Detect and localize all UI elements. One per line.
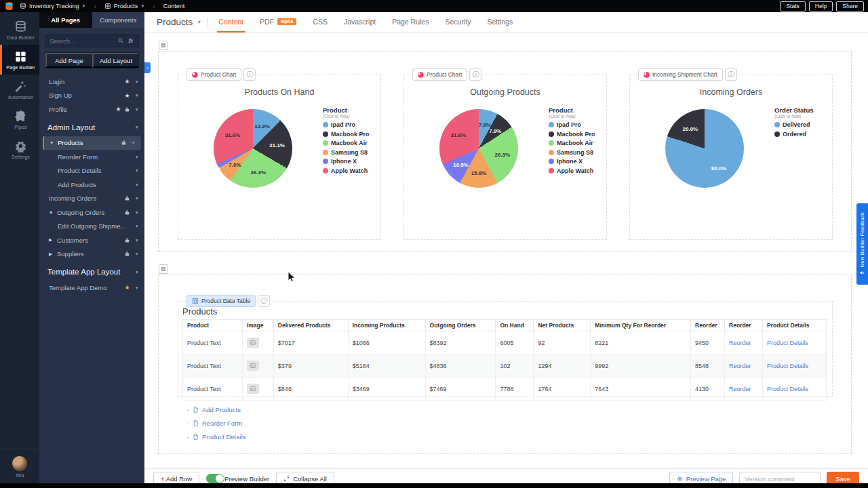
add-page-button[interactable]: Add Page <box>45 53 92 68</box>
chevron-down-icon[interactable]: ▼ <box>135 285 139 290</box>
pie[interactable] <box>439 109 518 188</box>
chevron-down-icon[interactable]: ▼ <box>135 168 139 173</box>
product-details-link[interactable]: Product Details <box>767 386 808 392</box>
chevron-down-icon[interactable]: ▼ <box>135 210 139 215</box>
legend-item-macbook-pro[interactable]: Macbook Pro <box>549 131 607 138</box>
column-header-on-hand[interactable]: On Hand <box>496 320 534 331</box>
tab-security[interactable]: Security <box>443 12 472 33</box>
info-icon[interactable]: ⓘ <box>258 295 270 307</box>
legend-item-delivered[interactable]: Delivered <box>774 121 833 128</box>
search-icon[interactable] <box>117 37 124 44</box>
component-chip-label[interactable]: Product Chart <box>186 68 241 81</box>
tab-content[interactable]: Content <box>217 12 245 33</box>
legend-item-ipad-pro[interactable]: Ipad Pro <box>323 121 381 128</box>
caret-right-icon[interactable]: ▶ <box>49 251 54 257</box>
caret-down-icon[interactable]: ▼ <box>50 140 55 145</box>
info-icon[interactable]: ⓘ <box>243 68 256 81</box>
table-row[interactable]: Product Text$846$3469$746977881764764341… <box>183 378 827 401</box>
rail-item-automation[interactable]: Automation <box>0 75 39 104</box>
column-header-reorder[interactable]: Reorder <box>691 320 725 331</box>
screen-title[interactable]: Products <box>157 17 193 27</box>
layout-header-admin-layout[interactable]: Admin Layout▼ <box>39 119 144 136</box>
column-header-outgoing-orders[interactable]: Outgoing Orders <box>425 320 496 331</box>
panel-tab-components[interactable]: Components <box>92 12 145 28</box>
chevron-down-icon[interactable]: ▼ <box>197 20 201 24</box>
chevron-down-icon[interactable]: ▼ <box>135 270 139 274</box>
tab-css[interactable]: CSS <box>311 12 329 33</box>
layout-header-template-app-layout[interactable]: Template App Layout▼ <box>39 263 144 281</box>
page-item-incoming-orders[interactable]: Incoming Orders▼ <box>39 192 144 206</box>
chevron-down-icon[interactable]: ▼ <box>135 251 139 256</box>
page-item-reorder-form[interactable]: Reorder Form▼ <box>39 150 144 164</box>
legend-item-macbook-air[interactable]: Macbook Air <box>549 140 607 146</box>
page-item-sign-up[interactable]: Sign Up★▼ <box>39 89 144 103</box>
chevron-down-icon[interactable]: ▼ <box>135 79 139 84</box>
chevron-down-icon[interactable]: ▼ <box>135 238 139 243</box>
component-chip[interactable]: Product Chartⓘ <box>412 68 481 81</box>
avatar[interactable] <box>12 456 27 471</box>
chevron-down-icon[interactable]: ▼ <box>135 125 139 129</box>
chart-component-outgoing-products[interactable]: Product ChartⓘOutgoing Products7.9%7.9%2… <box>403 75 607 240</box>
add-section-button[interactable] <box>159 264 168 274</box>
product-data-table-component[interactable]: Product Data Table ⓘ Products ProductIma… <box>178 301 833 397</box>
info-icon[interactable]: ⓘ <box>469 68 481 81</box>
component-chip[interactable]: Product Data Table ⓘ <box>186 295 270 307</box>
page-link-reorder-form[interactable]: -Reorder Form <box>187 420 245 427</box>
filter-sliders-icon[interactable] <box>127 37 134 44</box>
tab-settings[interactable]: Settings <box>486 12 514 33</box>
page-item-add-products[interactable]: Add Products▼ <box>39 178 144 192</box>
rail-item-settings[interactable]: Settings <box>0 134 39 164</box>
product-details-link[interactable]: Product Details <box>767 363 808 369</box>
component-chip[interactable]: Incoming Shipment Chartⓘ <box>638 68 737 81</box>
legend-item-ipad-pro[interactable]: Ipad Pro <box>549 121 607 128</box>
chevron-down-icon[interactable]: ▼ <box>135 107 139 112</box>
legend-item-samsung-s8[interactable]: Samsung S8 <box>549 149 607 156</box>
feedback-tab[interactable]: New Builder Feedback <box>856 203 868 285</box>
page-item-products[interactable]: ▼Products▼ <box>43 136 141 150</box>
pie[interactable] <box>665 109 744 188</box>
page-item-login[interactable]: Login★▼ <box>39 75 144 89</box>
table-row[interactable]: Product Text$379$5184$483610212949992854… <box>183 354 827 378</box>
breadcrumb-page[interactable]: Products ▼ <box>104 3 144 9</box>
component-chip[interactable]: Product Chartⓘ <box>186 68 256 81</box>
legend-item-samsung-s8[interactable]: Samsung S8 <box>323 149 381 156</box>
rail-item-pipes[interactable]: Pipes <box>0 104 39 134</box>
legend-item-apple-watch[interactable]: Apple Watch <box>549 167 607 174</box>
chevron-down-icon[interactable]: ▼ <box>135 182 139 187</box>
component-chip-label[interactable]: Product Data Table <box>186 295 256 307</box>
page-link-product-details[interactable]: -Product Details <box>187 433 245 441</box>
caret-right-icon[interactable]: ▶ <box>49 237 54 243</box>
legend-item-macbook-air[interactable]: Macbook Air <box>323 140 381 146</box>
rail-item-page-builder[interactable]: Page Builder <box>0 45 39 75</box>
legend-item-iphone-x[interactable]: Iphone X <box>549 158 607 165</box>
caret-down-icon[interactable]: ▼ <box>49 210 54 215</box>
tab-pdf[interactable]: PDFalpha <box>258 12 298 33</box>
page-item-edit-outgoing-shipment-page[interactable]: Edit Outgoing Shipment Page▼ <box>39 220 144 234</box>
tab-javascript[interactable]: Javascript <box>342 12 377 33</box>
page-item-template-app-demo[interactable]: Template App Demo★▼ <box>39 281 144 295</box>
help-button[interactable]: Help <box>809 1 833 12</box>
pie[interactable] <box>214 109 292 188</box>
chart-component-incoming-orders[interactable]: Incoming Shipment ChartⓘIncoming Orders8… <box>629 75 833 240</box>
info-icon[interactable]: ⓘ <box>725 68 737 81</box>
column-header-image[interactable]: Image <box>242 320 273 331</box>
chart-component-products-on-hand[interactable]: Product ChartⓘProducts On Hand12.3%21.1%… <box>178 75 381 240</box>
reorder-link[interactable]: Reorder <box>729 386 751 392</box>
legend-item-ordered[interactable]: Ordered <box>774 131 833 138</box>
page-item-profile[interactable]: Profile★▼ <box>39 102 144 117</box>
stats-button[interactable]: Stats <box>780 1 805 12</box>
page-item-customers[interactable]: ▶Customers▼ <box>39 233 144 247</box>
page-link-add-products[interactable]: -Add Products <box>187 406 245 413</box>
preview-builder-toggle[interactable] <box>206 474 224 483</box>
user-profile[interactable]: Tim <box>0 449 39 479</box>
image-thumbnail[interactable] <box>247 361 259 371</box>
share-button[interactable]: Share <box>836 1 864 12</box>
legend-item-iphone-x[interactable]: Iphone X <box>323 158 381 165</box>
column-header-product[interactable]: Product <box>183 320 243 331</box>
search-input[interactable] <box>50 37 114 45</box>
reorder-link[interactable]: Reorder <box>729 340 751 346</box>
table-row[interactable]: Product Text$7017$1066$83926005928221945… <box>183 331 827 354</box>
chevron-down-icon[interactable]: ▼ <box>135 93 139 98</box>
column-header-incoming-products[interactable]: Incoming Products <box>348 320 425 331</box>
column-header-delivered-products[interactable]: Delivered Products <box>273 320 348 331</box>
